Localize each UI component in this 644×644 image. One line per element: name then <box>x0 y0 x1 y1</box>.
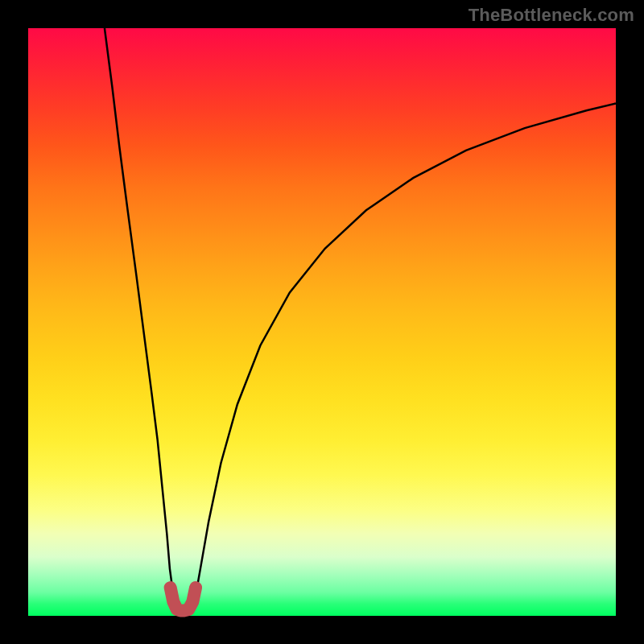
curve-left-branch <box>105 28 173 595</box>
chart-curve <box>28 28 616 616</box>
watermark-text: TheBottleneck.com <box>469 5 634 26</box>
curve-right-branch <box>196 103 616 595</box>
curve-bottom-bump <box>171 588 196 610</box>
